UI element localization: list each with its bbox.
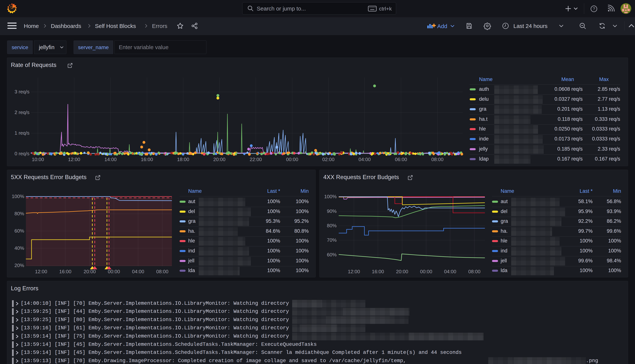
svg-text:?: ? xyxy=(593,6,595,11)
